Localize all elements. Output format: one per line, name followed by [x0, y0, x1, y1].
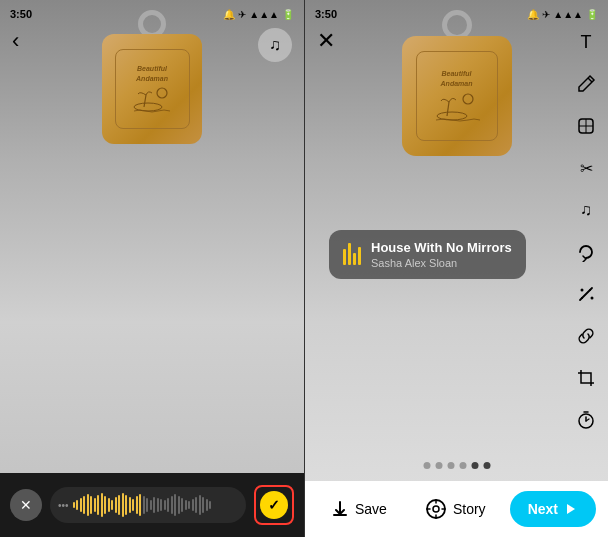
- confirm-button[interactable]: ✓: [254, 485, 294, 525]
- link-icon: [576, 326, 596, 346]
- sticker-icon: [576, 116, 596, 136]
- status-bar-right: 3:50 🔔 ✈ ▲▲▲ 🔋: [305, 0, 608, 24]
- waveform-dots: •••: [58, 500, 69, 511]
- save-label: Save: [355, 501, 387, 517]
- engraving-text-line2: Andaman: [136, 75, 168, 83]
- pen-icon: [576, 74, 596, 94]
- right-toolbar: T ✂ ♫: [572, 28, 600, 434]
- scissors-icon: ✂: [580, 159, 593, 178]
- text-icon: T: [581, 32, 592, 53]
- keychain-engraving-right: Beautiful Andaman: [416, 51, 498, 141]
- crop-button[interactable]: [572, 364, 600, 392]
- music-card[interactable]: House With No Mirrors Sasha Alex Sloan: [329, 230, 526, 279]
- right-panel: Beautiful Andaman 3:50 🔔 ✈ ▲▲▲ 🔋 ✕: [305, 0, 608, 537]
- signal-icon-right: ▲▲▲: [553, 9, 583, 20]
- waveform-container: •••: [50, 487, 246, 523]
- next-label: Next: [528, 501, 558, 517]
- battery-icon-right: 🔋: [586, 9, 598, 20]
- checkmark-icon: ✓: [268, 497, 280, 513]
- text-tool-button[interactable]: T: [572, 28, 600, 56]
- airplane-icon-right: ✈: [542, 9, 550, 20]
- svg-point-13: [581, 297, 583, 299]
- bell-icon: 🔔: [223, 9, 235, 20]
- magic-button[interactable]: [572, 280, 600, 308]
- status-icons-right: 🔔 ✈ ▲▲▲ 🔋: [527, 9, 598, 20]
- music-artist: Sasha Alex Sloan: [371, 257, 512, 269]
- timer-icon: [576, 410, 596, 430]
- link-button[interactable]: [572, 322, 600, 350]
- dot-2: [435, 462, 442, 469]
- cancel-button[interactable]: ✕: [10, 489, 42, 521]
- keychain-tag-right: Beautiful Andaman: [402, 36, 512, 156]
- dots-indicator: [423, 462, 490, 469]
- time-left: 3:50: [10, 8, 32, 20]
- music-note-icon-left: ♫: [269, 36, 281, 54]
- confirm-circle: ✓: [260, 491, 288, 519]
- status-bar-left: 3:50 🔔 ✈ ▲▲▲ 🔋: [0, 0, 304, 24]
- dot-6: [483, 462, 490, 469]
- next-button[interactable]: Next: [510, 491, 596, 527]
- save-button[interactable]: Save: [317, 492, 401, 526]
- music-card-waveform-icon: [343, 243, 361, 265]
- back-button-left[interactable]: ‹: [12, 28, 19, 54]
- cancel-icon: ✕: [20, 497, 32, 513]
- story-label: Story: [453, 501, 486, 517]
- timer-button[interactable]: [572, 406, 600, 434]
- music-card-info: House With No Mirrors Sasha Alex Sloan: [371, 240, 512, 269]
- svg-line-6: [588, 78, 592, 82]
- pen-tool-button[interactable]: [572, 70, 600, 98]
- airplane-icon: ✈: [238, 9, 246, 20]
- dot-5: [471, 462, 478, 469]
- battery-icon: 🔋: [282, 9, 294, 20]
- svg-point-14: [591, 297, 594, 300]
- svg-marker-31: [567, 504, 575, 514]
- close-button-right[interactable]: ✕: [317, 28, 335, 54]
- island-svg-right: [432, 90, 482, 122]
- music-title: House With No Mirrors: [371, 240, 512, 257]
- sticker-button[interactable]: [572, 112, 600, 140]
- bottom-bar-left: ✕ ••• ✓: [0, 473, 304, 537]
- scissors-button[interactable]: ✂: [572, 154, 600, 182]
- loop-icon: [576, 242, 596, 262]
- svg-line-4: [447, 102, 449, 116]
- svg-point-12: [589, 289, 591, 291]
- next-arrow-icon: [564, 502, 578, 516]
- save-icon: [331, 500, 349, 518]
- engraving-text-right-line2: Andaman: [441, 80, 473, 88]
- keychain-tag-left: Beautiful Andaman: [102, 34, 202, 144]
- dot-3: [447, 462, 454, 469]
- music-tool-button[interactable]: ♫: [572, 196, 600, 224]
- crop-icon: [576, 368, 596, 388]
- dot-1: [423, 462, 430, 469]
- music-button-left[interactable]: ♫: [258, 28, 292, 62]
- magic-icon: [576, 284, 596, 304]
- bell-icon-right: 🔔: [527, 9, 539, 20]
- keychain-engraving-left: Beautiful Andaman: [115, 49, 190, 129]
- svg-line-1: [144, 95, 146, 107]
- signal-icon: ▲▲▲: [249, 9, 279, 20]
- island-svg: [130, 85, 174, 113]
- svg-rect-24: [333, 514, 347, 516]
- svg-rect-15: [581, 373, 591, 383]
- dot-4: [459, 462, 466, 469]
- svg-point-11: [581, 289, 584, 292]
- bottom-bar-right: Save Story Next: [305, 481, 608, 537]
- svg-point-0: [157, 88, 167, 98]
- story-icon: [425, 498, 447, 520]
- waveform-bars: [73, 493, 238, 517]
- time-right: 3:50: [315, 8, 337, 20]
- svg-point-26: [433, 506, 439, 512]
- svg-point-3: [463, 94, 473, 104]
- engraving-text-right-line1: Beautiful: [442, 70, 472, 78]
- keychain-right: Beautiful Andaman: [402, 10, 512, 190]
- story-button[interactable]: Story: [411, 490, 500, 528]
- left-panel: Beautiful Andaman 3:50: [0, 0, 304, 537]
- engraving-text-line1: Beautiful: [137, 65, 167, 73]
- loop-button[interactable]: [572, 238, 600, 266]
- status-icons-left: 🔔 ✈ ▲▲▲ 🔋: [223, 9, 294, 20]
- music-icon-right-toolbar: ♫: [580, 201, 592, 219]
- keychain-left: Beautiful Andaman: [102, 10, 202, 180]
